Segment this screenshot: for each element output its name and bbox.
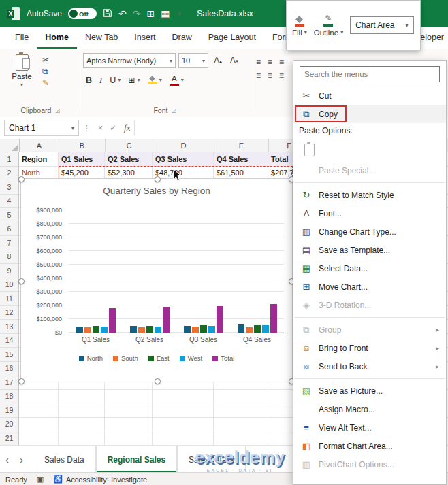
row-header-18[interactable]: 18 xyxy=(0,390,19,404)
menu-item-bring-to-front[interactable]: ⧈Bring to Front▸ xyxy=(293,339,446,357)
column-header-d[interactable]: D xyxy=(153,139,214,152)
row-header-20[interactable]: 20 xyxy=(0,418,19,432)
menu-item-move-chart[interactable]: ⊞Move Chart... xyxy=(293,278,446,296)
cell-e18[interactable] xyxy=(214,390,268,404)
chart-handle-bottom-left[interactable] xyxy=(18,378,25,384)
align-left-button[interactable]: ≡ xyxy=(256,71,261,80)
cell-a21[interactable] xyxy=(19,431,59,446)
menu-item-paste[interactable] xyxy=(293,138,446,161)
cell-e1[interactable]: Q4 Sales xyxy=(214,152,268,167)
sheet-tab-sales-data[interactable]: Sales Data xyxy=(33,446,96,473)
outline-button[interactable]: ✎ Outline▾ xyxy=(314,14,343,37)
row-header-2[interactable]: 2 xyxy=(0,167,19,181)
legend-item-total[interactable]: Total xyxy=(212,354,234,362)
cell-e19[interactable] xyxy=(214,403,268,418)
cell-b21[interactable] xyxy=(59,431,105,446)
align-bottom-button[interactable]: ≡ xyxy=(279,57,284,67)
row-header-21[interactable]: 21 xyxy=(0,431,19,446)
bar-east-q2-sales[interactable] xyxy=(146,326,153,333)
bar-south-q4-sales[interactable] xyxy=(246,327,253,333)
legend-item-north[interactable]: North xyxy=(79,354,103,362)
menu-item-select-data[interactable]: ▦Select Data... xyxy=(293,259,446,278)
row-header-13[interactable]: 13 xyxy=(0,320,19,334)
cell-e20[interactable] xyxy=(214,418,268,432)
bar-west-q4-sales[interactable] xyxy=(262,325,269,333)
bar-east-q3-sales[interactable] xyxy=(200,325,207,333)
quick-access-table-icon[interactable]: ▦ xyxy=(161,9,170,18)
cell-d19[interactable] xyxy=(153,403,214,418)
menu-item-group[interactable]: ⧉Group▸ xyxy=(293,320,446,339)
tab-home[interactable]: Home xyxy=(37,27,77,49)
bar-total-q1-sales[interactable] xyxy=(109,308,116,333)
menu-item-assign-macro[interactable]: Assign Macro... xyxy=(293,400,446,418)
menu-item-reset-to-match-style[interactable]: ↻Reset to Match Style xyxy=(293,186,446,204)
cell-d21[interactable] xyxy=(153,431,214,446)
row-header-4[interactable]: 4 xyxy=(0,195,19,209)
row-header-3[interactable]: 3 xyxy=(0,180,19,195)
cell-c20[interactable] xyxy=(105,418,153,432)
bar-south-q3-sales[interactable] xyxy=(192,327,199,333)
bar-west-q1-sales[interactable] xyxy=(101,327,108,333)
cell-a20[interactable] xyxy=(19,418,59,432)
column-header-c[interactable]: C xyxy=(106,139,153,152)
bar-north-q4-sales[interactable] xyxy=(238,324,244,333)
bar-south-q2-sales[interactable] xyxy=(138,327,145,333)
bar-east-q4-sales[interactable] xyxy=(254,325,261,333)
cell-b20[interactable] xyxy=(59,418,105,432)
sheet-tab-regional-sales[interactable]: Regional Sales xyxy=(96,446,177,473)
quick-access-grid-icon[interactable]: ⊞ xyxy=(147,9,155,18)
align-center-button[interactable]: ≡ xyxy=(268,71,272,80)
bar-east-q1-sales[interactable] xyxy=(93,326,99,333)
menu-search-input[interactable] xyxy=(300,66,440,82)
menu-item-pivotchart-options[interactable]: ▥PivotChart Options... xyxy=(293,455,446,473)
cell-c21[interactable] xyxy=(105,431,153,446)
italic-button[interactable]: I xyxy=(97,75,105,86)
legend-item-east[interactable]: East xyxy=(148,354,170,362)
menu-item-font[interactable]: AFont... xyxy=(293,204,446,222)
menu-item-cut[interactable]: ✂Cut xyxy=(293,86,446,105)
row-header-8[interactable]: 8 xyxy=(0,250,19,265)
menu-item-send-to-back[interactable]: ⧇Send to Back▸ xyxy=(293,357,446,375)
tab-new-tab[interactable]: New Tab xyxy=(77,27,126,49)
chart-element-selector[interactable]: Chart Area ▾ xyxy=(350,16,413,34)
font-name-combo[interactable]: Aptos Narrow (Body) ▾ xyxy=(83,53,176,68)
tab-insert[interactable]: Insert xyxy=(126,27,163,49)
name-box[interactable]: Chart 1 ▾ xyxy=(4,120,79,136)
menu-item-copy[interactable]: ⧉Copy xyxy=(293,105,446,123)
cell-c19[interactable] xyxy=(105,403,153,418)
shrink-font-button[interactable]: A▾ xyxy=(227,55,241,67)
tab-file[interactable]: File xyxy=(7,27,37,49)
column-header-b[interactable]: B xyxy=(59,139,106,152)
tab-draw[interactable]: Draw xyxy=(164,27,200,49)
sheet-tab-salesdetails[interactable]: SalesDetails xyxy=(177,446,246,473)
align-right-button[interactable]: ≡ xyxy=(279,71,284,80)
bar-total-q3-sales[interactable] xyxy=(217,306,223,333)
chart[interactable]: Quarterly Sales by Region $0$100,000$200… xyxy=(20,178,293,382)
sheet-nav-right-icon[interactable]: › xyxy=(14,446,29,473)
grow-font-button[interactable]: A▴ xyxy=(211,55,225,67)
cell-a19[interactable] xyxy=(19,403,59,418)
font-color-button[interactable]: A ▾ xyxy=(167,73,187,87)
cell-d1[interactable]: Q3 Sales xyxy=(153,152,214,167)
bar-north-q3-sales[interactable] xyxy=(184,326,191,333)
legend-item-south[interactable]: South xyxy=(113,354,138,362)
bar-west-q3-sales[interactable] xyxy=(208,326,215,333)
chart-handle-bottom-center[interactable] xyxy=(155,378,161,384)
row-header-14[interactable]: 14 xyxy=(0,334,19,348)
row-header-19[interactable]: 19 xyxy=(0,403,19,418)
menu-item-save-as-template[interactable]: ▤Save as Template... xyxy=(293,241,446,259)
redo-icon[interactable]: ↷ xyxy=(133,9,141,18)
chart-handle-top-left[interactable] xyxy=(18,176,25,182)
row-header-12[interactable]: 12 xyxy=(0,306,19,320)
row-header-6[interactable]: 6 xyxy=(0,222,19,237)
fill-button[interactable]: Fill▾ xyxy=(292,14,307,37)
align-middle-button[interactable]: ≡ xyxy=(268,57,272,67)
legend-item-west[interactable]: West xyxy=(180,354,202,362)
row-header-5[interactable]: 5 xyxy=(0,208,19,222)
cell-c1[interactable]: Q2 Sales xyxy=(105,152,153,167)
underline-button[interactable]: U▾ xyxy=(107,75,123,86)
menu-item-paste-special[interactable]: Paste Special... xyxy=(293,161,446,180)
row-header-16[interactable]: 16 xyxy=(0,362,19,376)
fill-color-button[interactable]: ▾ xyxy=(145,75,165,86)
paste-button[interactable]: Paste ▾ xyxy=(7,53,37,88)
